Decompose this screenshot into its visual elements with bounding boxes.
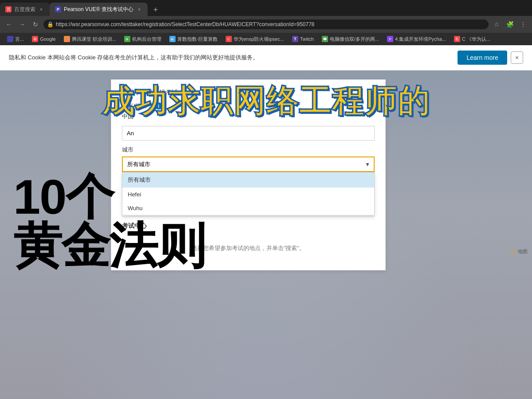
- bookmark-huawei-icon: C: [226, 36, 232, 42]
- bookmark-1[interactable]: 言...: [4, 35, 27, 43]
- url-bar[interactable]: 🔒 https://wsr.pearsonvue.com/testtaker/r…: [43, 20, 489, 29]
- bookmark-pycharm[interactable]: P 4.集成开发环境Pycha...: [383, 35, 450, 43]
- tab-bar: 百 百度搜索 × P Pearson VUE® 查找考试中心 × +: [0, 0, 532, 16]
- tab-2[interactable]: P Pearson VUE® 查找考试中心 ×: [50, 3, 148, 16]
- bookmark-wechat-label: 电脑微信双/多开的两...: [330, 36, 379, 43]
- menu-icon[interactable]: ⋮: [518, 19, 528, 30]
- map-warning-bar: ⚠ 地图: [510, 248, 528, 255]
- bookmark-1-icon: [7, 36, 13, 42]
- bookmark-cert-icon: C: [454, 36, 460, 42]
- bookmark-google-label: Google: [40, 36, 55, 42]
- bookmark-wechat[interactable]: 💬 电脑微信双/多开的两...: [318, 35, 383, 43]
- bookmark-wechat-icon: 💬: [322, 36, 328, 42]
- info-icon[interactable]: i: [155, 102, 162, 110]
- bookmark-math[interactable]: ⊕ 算数指数·巨量算数: [166, 35, 221, 43]
- location-label: 地点/地区： i: [122, 102, 375, 110]
- new-tab-button[interactable]: +: [149, 4, 162, 16]
- form-title: 在以下位置查找考试: [122, 89, 375, 97]
- bookmarks-bar: 言... G Google 腾讯课堂 职业培训... ⊕ 机构后台管理 ⊕ 算数…: [0, 33, 532, 45]
- cookie-text: 隐私和 Cookie 本网站会将 Cookie 存储在考生的计算机上，这有助于我…: [9, 54, 450, 62]
- cookie-close-button[interactable]: ×: [511, 51, 523, 64]
- country-text: 中国: [122, 113, 375, 121]
- bookmark-twitch-icon: T: [292, 36, 298, 42]
- tab-1-favicon: 百: [5, 6, 12, 12]
- bookmark-star-icon[interactable]: ☆: [491, 19, 502, 30]
- bookmark-huawei[interactable]: C 华为ensp防火墙ipsec...: [222, 35, 288, 43]
- city-dropdown: 所有城市 Hefei Wuhu: [122, 172, 375, 215]
- learn-more-button[interactable]: Learn more: [458, 51, 507, 65]
- tab-1[interactable]: 百 百度搜索 ×: [0, 3, 50, 16]
- bookmark-huawei-label: 华为ensp防火墙ipsec...: [234, 36, 284, 43]
- dropdown-item-wuhu[interactable]: Wuhu: [122, 201, 374, 215]
- test-center-title: 考试中心: [122, 222, 375, 230]
- bookmark-pycharm-label: 4.集成开发环境Pycha...: [395, 36, 446, 43]
- cookie-banner: 隐私和 Cookie 本网站会将 Cookie 存储在考生的计算机上，这有助于我…: [0, 45, 532, 70]
- dropdown-item-hefei[interactable]: Hefei: [122, 188, 374, 201]
- extensions-icon[interactable]: 🧩: [505, 19, 515, 30]
- bookmark-math-icon: ⊕: [169, 36, 176, 42]
- map-area: ⚠ 地图: [510, 248, 528, 256]
- url-text: https://wsr.pearsonvue.com/testtaker/reg…: [56, 21, 314, 27]
- bookmark-tencent-label: 腾讯课堂 职业培训...: [72, 36, 116, 43]
- tab-1-close[interactable]: ×: [38, 6, 44, 12]
- tab-1-label: 百度搜索: [14, 6, 35, 13]
- test-center-placeholder: 选择您希望参加考试的地点，并单击"搜索"。: [122, 235, 375, 261]
- lock-icon: 🔒: [47, 21, 54, 27]
- city-select-wrapper: 所有城市 Hefei Wuhu ▼ 所有城市 Hefei Wuhu: [122, 156, 375, 172]
- city-label: 城市: [122, 146, 375, 154]
- forward-button[interactable]: →: [17, 19, 27, 30]
- bookmark-pycharm-icon: P: [387, 36, 393, 42]
- city-search-input[interactable]: [122, 126, 375, 141]
- main-content: 在以下位置查找考试 地点/地区： i 中国 城市 所有城市 Hefei Wuhu…: [0, 70, 532, 399]
- bookmark-admin-icon: ⊕: [124, 36, 130, 42]
- dropdown-item-all-cities[interactable]: 所有城市: [122, 172, 374, 188]
- tab-2-close[interactable]: ×: [136, 6, 142, 12]
- address-bar: ← → ↻ 🔒 https://wsr.pearsonvue.com/testt…: [0, 16, 532, 33]
- form-container: 在以下位置查找考试 地点/地区： i 中国 城市 所有城市 Hefei Wuhu…: [111, 79, 386, 270]
- bookmark-1-label: 言...: [15, 36, 24, 43]
- map-warning-label: 地图: [518, 248, 528, 255]
- bookmark-admin-label: 机构后台管理: [132, 36, 161, 43]
- browser-chrome: 百 百度搜索 × P Pearson VUE® 查找考试中心 × + ← → ↻…: [0, 0, 532, 70]
- bookmark-twitch[interactable]: T Twitch: [289, 35, 317, 43]
- bookmark-admin[interactable]: ⊕ 机构后台管理: [121, 35, 165, 43]
- bookmark-cert[interactable]: C C 《华为认...: [450, 35, 494, 43]
- bookmark-twitch-label: Twitch: [300, 36, 314, 42]
- city-select[interactable]: 所有城市 Hefei Wuhu: [122, 156, 375, 172]
- tab-2-label: Pearson VUE® 查找考试中心: [64, 6, 133, 13]
- refresh-button[interactable]: ↻: [30, 19, 41, 30]
- bookmark-tencent[interactable]: 腾讯课堂 职业培训...: [60, 35, 120, 43]
- test-center-section: 考试中心 选择您希望参加考试的地点，并单击"搜索"。: [122, 216, 375, 261]
- bookmark-math-label: 算数指数·巨量算数: [177, 36, 218, 43]
- back-button[interactable]: ←: [4, 19, 14, 30]
- bookmark-cert-label: C 《华为认...: [462, 36, 490, 43]
- bookmark-tencent-icon: [64, 36, 70, 42]
- bookmark-google[interactable]: G Google: [28, 35, 59, 43]
- map-warning-icon: ⚠: [510, 248, 516, 255]
- bookmark-google-icon: G: [32, 36, 38, 42]
- tab-2-favicon: P: [55, 6, 61, 12]
